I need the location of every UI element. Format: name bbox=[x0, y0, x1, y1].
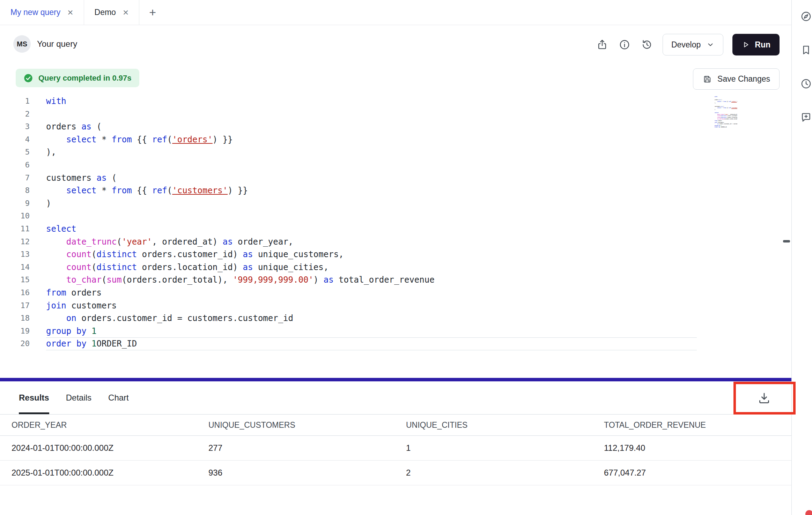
save-icon bbox=[702, 74, 712, 84]
table-row[interactable]: 2024-01-01T00:00:00.000Z2771112,179.40 bbox=[0, 436, 791, 461]
check-circle-icon bbox=[23, 73, 33, 83]
code-line-2[interactable]: 2 bbox=[0, 108, 791, 121]
tab-close-icon[interactable]: × bbox=[67, 8, 73, 17]
status-badge: Query completed in 0.97s bbox=[16, 69, 139, 87]
tab-close-icon[interactable]: × bbox=[123, 8, 128, 17]
page-title: Your query bbox=[37, 39, 77, 49]
code-line-12[interactable]: 12 date_trunc('year', ordered_at) as ord… bbox=[0, 236, 791, 248]
share-icon bbox=[596, 39, 608, 51]
explore-button[interactable] bbox=[799, 10, 812, 23]
right-toolbar bbox=[791, 0, 812, 515]
notification-dot bbox=[805, 510, 812, 515]
code-line-11[interactable]: 11select bbox=[0, 223, 791, 236]
code-line-18[interactable]: 18 on orders.customer_id = customers.cus… bbox=[0, 312, 791, 325]
run-label: Run bbox=[755, 40, 770, 50]
table-cell: 2025-01-01T00:00:00.000Z bbox=[12, 468, 208, 478]
panel-divider[interactable] bbox=[0, 378, 791, 381]
code-line-15[interactable]: 15 to_char(sum(orders.order_total), '999… bbox=[0, 274, 791, 286]
table-cell: 2024-01-01T00:00:00.000Z bbox=[12, 443, 208, 453]
bookmark-button[interactable] bbox=[799, 43, 812, 57]
tab-label: Demo bbox=[95, 8, 116, 17]
app-window: My new query×Demo× + MS Your query Devel… bbox=[0, 0, 812, 515]
tab-details[interactable]: Details bbox=[66, 381, 91, 414]
download-results-button[interactable] bbox=[733, 382, 795, 414]
save-changes-button[interactable]: Save Changes bbox=[693, 68, 780, 90]
table-cell: 936 bbox=[208, 468, 406, 478]
line-number: 16 bbox=[0, 286, 30, 299]
editor-tab-demo[interactable]: Demo× bbox=[84, 0, 140, 25]
save-changes-label: Save Changes bbox=[717, 74, 770, 84]
line-number: 15 bbox=[0, 274, 30, 286]
history-button[interactable] bbox=[640, 38, 654, 51]
play-icon bbox=[741, 40, 750, 49]
editor-tab-my-new-query[interactable]: My new query× bbox=[0, 0, 84, 25]
line-number: 11 bbox=[0, 223, 30, 236]
code-line-14[interactable]: 14 count(distinct orders.location_id) as… bbox=[0, 261, 791, 274]
column-header: TOTAL_ORDER_REVENUE bbox=[604, 420, 791, 430]
develop-dropdown[interactable]: Develop bbox=[663, 34, 723, 55]
code-line-8[interactable]: 8 select * from {{ ref('customers') }} bbox=[0, 184, 791, 197]
results-table: ORDER_YEARUNIQUE_CUSTOMERSUNIQUE_CITIEST… bbox=[0, 415, 791, 485]
history-icon bbox=[641, 39, 653, 51]
line-number: 12 bbox=[0, 236, 30, 248]
line-number: 6 bbox=[0, 159, 30, 172]
table-cell: 1 bbox=[406, 443, 604, 453]
status-text: Query completed in 0.97s bbox=[38, 74, 132, 83]
line-number: 17 bbox=[0, 299, 30, 312]
line-number: 13 bbox=[0, 248, 30, 261]
share-button[interactable] bbox=[596, 38, 609, 51]
code-line-4[interactable]: 4 select * from {{ ref('orders') }} bbox=[0, 133, 791, 146]
results-table-body: 2024-01-01T00:00:00.000Z2771112,179.4020… bbox=[0, 436, 791, 485]
feedback-icon bbox=[800, 111, 812, 123]
tab-results[interactable]: Results bbox=[19, 381, 49, 414]
line-number: 2 bbox=[0, 108, 30, 121]
code-line-13[interactable]: 13 count(distinct orders.customer_id) as… bbox=[0, 248, 791, 261]
line-number: 18 bbox=[0, 312, 30, 325]
editor-tab-bar: My new query×Demo× + bbox=[0, 0, 791, 25]
code-line-9[interactable]: 9) bbox=[0, 197, 791, 210]
download-icon bbox=[757, 391, 771, 405]
code-line-19[interactable]: 19group by 1 bbox=[0, 325, 791, 338]
table-cell: 277 bbox=[208, 443, 406, 453]
table-row[interactable]: 2025-01-01T00:00:00.000Z9362677,047.27 bbox=[0, 461, 791, 485]
line-number: 3 bbox=[0, 120, 30, 133]
line-number: 9 bbox=[0, 197, 30, 210]
line-number: 8 bbox=[0, 184, 30, 197]
tab-label: My new query bbox=[10, 8, 60, 17]
editor-minimap[interactable]: withorders as ( select * from {{ ref('or… bbox=[698, 96, 737, 141]
column-header: ORDER_YEAR bbox=[12, 420, 208, 430]
code-line-17[interactable]: 17join customers bbox=[0, 299, 791, 312]
develop-label: Develop bbox=[671, 40, 701, 50]
results-table-header: ORDER_YEARUNIQUE_CUSTOMERSUNIQUE_CITIEST… bbox=[0, 415, 791, 436]
scrollbar-thumb[interactable] bbox=[783, 240, 790, 242]
code-line-1[interactable]: 1with bbox=[0, 95, 791, 108]
recent-queries-button[interactable] bbox=[799, 77, 812, 90]
line-number: 4 bbox=[0, 133, 30, 146]
code-line-3[interactable]: 3orders as ( bbox=[0, 120, 791, 133]
header-actions: Develop Run bbox=[596, 34, 780, 55]
code-line-20[interactable]: 20order by 1ORDER_ID bbox=[0, 337, 791, 350]
info-icon bbox=[619, 39, 630, 51]
tab-chart[interactable]: Chart bbox=[108, 381, 129, 414]
code-line-10[interactable]: 10 bbox=[0, 210, 791, 223]
compass-icon bbox=[800, 10, 812, 22]
code-line-6[interactable]: 6 bbox=[0, 159, 791, 172]
line-number: 19 bbox=[0, 325, 30, 338]
line-number: 14 bbox=[0, 261, 30, 274]
plus-icon: + bbox=[149, 6, 156, 19]
new-tab-button[interactable]: + bbox=[139, 0, 166, 25]
column-header: UNIQUE_CUSTOMERS bbox=[208, 420, 406, 430]
feedback-button[interactable] bbox=[799, 111, 812, 124]
code-editor[interactable]: 1with23orders as (4 select * from {{ ref… bbox=[0, 95, 791, 350]
line-number: 5 bbox=[0, 146, 30, 159]
code-line-7[interactable]: 7customers as ( bbox=[0, 172, 791, 185]
code-line-20: order by 1ORDER_ID bbox=[698, 126, 737, 128]
line-number: 10 bbox=[0, 210, 30, 223]
run-button[interactable]: Run bbox=[732, 34, 780, 55]
column-header: UNIQUE_CITIES bbox=[406, 420, 604, 430]
code-line-5[interactable]: 5), bbox=[0, 146, 791, 159]
code-line-16[interactable]: 16from orders bbox=[0, 286, 791, 299]
info-button[interactable] bbox=[618, 38, 631, 51]
table-cell: 2 bbox=[406, 468, 604, 478]
avatar: MS bbox=[13, 35, 31, 53]
